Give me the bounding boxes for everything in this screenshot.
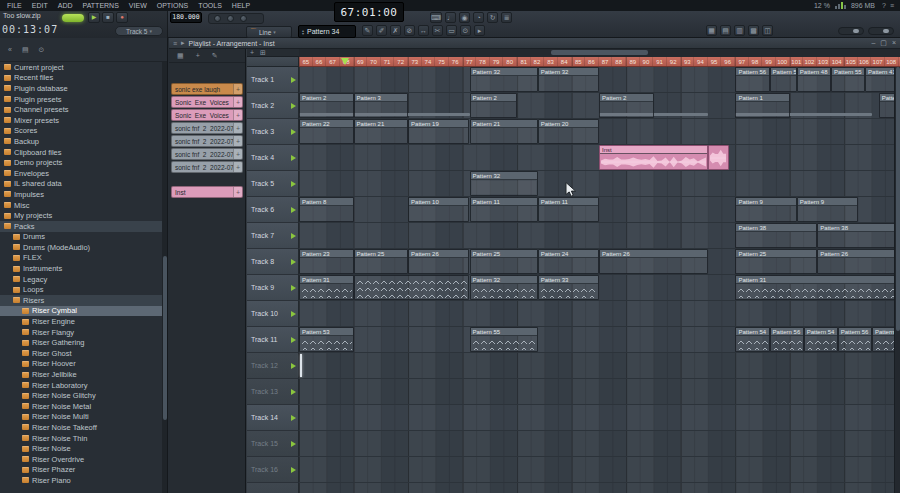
select-tool-icon[interactable]: ▭ bbox=[446, 25, 457, 36]
track-enable-arrow[interactable] bbox=[291, 181, 296, 187]
pattern-clip[interactable]: Pattern 48 bbox=[797, 67, 831, 92]
pattern-clip[interactable]: Pattern 26 bbox=[817, 249, 899, 274]
add-to-playlist-button[interactable]: + bbox=[233, 149, 242, 159]
browser-view-icon[interactable]: ▤ bbox=[20, 46, 31, 54]
pattern-clip[interactable]: Pattern 25 bbox=[354, 249, 409, 274]
pattern-clip[interactable]: Pattern 21 bbox=[470, 119, 538, 144]
browser-item[interactable]: Riser Noise Metal bbox=[0, 401, 162, 412]
pattern-clip[interactable]: Pattern 54 bbox=[804, 327, 838, 352]
pattern-clip[interactable]: Pattern 2 bbox=[470, 93, 518, 118]
picker-item[interactable]: Sonic_Exe_Voices+ bbox=[171, 96, 243, 108]
song-mode-indicator[interactable] bbox=[62, 14, 84, 22]
pattern-selector[interactable]: ▴▾ Pattern 34 bbox=[298, 25, 356, 38]
browser-item[interactable]: Envelopes bbox=[0, 168, 162, 179]
browser-item[interactable]: Riser Hoover bbox=[0, 359, 162, 370]
pattern-clip[interactable]: Pattern 23 bbox=[299, 249, 354, 274]
pattern-clip[interactable]: Pattern 1 bbox=[735, 93, 790, 118]
close-icon[interactable]: × bbox=[892, 39, 896, 47]
browser-item[interactable]: Instruments bbox=[0, 263, 162, 274]
picker-item[interactable]: Inst+ bbox=[171, 186, 243, 198]
pattern-clip[interactable]: Pattern 56 bbox=[770, 327, 804, 352]
pattern-clip[interactable]: Pattern 55 bbox=[470, 327, 538, 352]
snap-selector[interactable]: ⌒ Line ▾ bbox=[246, 26, 292, 38]
track-header[interactable]: Track 6 bbox=[247, 197, 299, 223]
track-header[interactable]: Track 14 bbox=[247, 405, 299, 431]
pattern-clip[interactable]: Pattern 10 bbox=[408, 197, 469, 222]
pattern-clip[interactable]: Pattern 25 bbox=[735, 249, 817, 274]
wait-for-input-icon[interactable]: ◉ bbox=[459, 12, 470, 23]
track-lane[interactable] bbox=[299, 483, 900, 493]
zoom-tool-icon[interactable]: ⊙ bbox=[460, 25, 471, 36]
play-button[interactable]: ▶ bbox=[88, 12, 100, 23]
playback-tool-icon[interactable]: ▸ bbox=[474, 25, 485, 36]
track-enable-arrow[interactable] bbox=[291, 363, 296, 369]
browser-scrollbar[interactable] bbox=[162, 62, 167, 493]
pattern-clip[interactable]: Pattern 9 bbox=[797, 197, 858, 222]
pattern-clip[interactable]: Pattern 26 bbox=[408, 249, 469, 274]
add-to-playlist-button[interactable]: + bbox=[233, 84, 242, 94]
track-header[interactable]: Track 12 bbox=[247, 353, 299, 379]
menu-icon[interactable]: ≡ bbox=[888, 2, 896, 9]
track-header[interactable]: Track 17 bbox=[247, 483, 299, 493]
browser-item[interactable]: Channel presets bbox=[0, 104, 162, 115]
pattern-clip[interactable]: Pattern 19 bbox=[408, 119, 469, 144]
track-enable-arrow[interactable] bbox=[291, 467, 296, 473]
picker-item[interactable]: Sonic_Exe_Voices+ bbox=[171, 109, 243, 121]
pattern-clip[interactable]: Pattern 11 bbox=[470, 197, 538, 222]
track-lane[interactable]: Pattern 32Pattern 32Pattern 56Pattern 55… bbox=[299, 67, 900, 93]
track-enable-arrow[interactable] bbox=[291, 77, 296, 83]
track-header[interactable]: Track 10 bbox=[247, 301, 299, 327]
track-lane[interactable] bbox=[299, 431, 900, 457]
picker-item[interactable]: sonic exe laugh+ bbox=[171, 83, 243, 95]
menu-view[interactable]: VIEW bbox=[124, 0, 152, 11]
pattern-clip[interactable]: Pattern 2 bbox=[299, 93, 354, 118]
picker-item[interactable]: sonic fnf_2_2022-07-21+ bbox=[171, 148, 243, 160]
pattern-clip[interactable]: Pattern 32 bbox=[538, 67, 599, 92]
channel-rack-panel-icon[interactable]: ▥ bbox=[734, 25, 745, 36]
draw-tool-icon[interactable]: ✎ bbox=[362, 25, 373, 36]
pattern-clip[interactable]: Pattern 11 bbox=[538, 197, 599, 222]
track-selector[interactable]: Track 5 ▾ bbox=[115, 26, 163, 36]
track-lane[interactable]: Pattern 22Pattern 21Pattern 19Pattern 21… bbox=[299, 119, 900, 145]
pattern-clip[interactable]: Pattern 33 bbox=[538, 275, 599, 300]
playlist-panel-icon[interactable]: ▦ bbox=[706, 25, 717, 36]
browser-item[interactable]: Backup bbox=[0, 136, 162, 147]
browser-item[interactable]: Misc bbox=[0, 200, 162, 211]
stop-button[interactable]: ■ bbox=[102, 12, 114, 23]
scrollbar-thumb[interactable] bbox=[896, 67, 900, 331]
piano-roll-panel-icon[interactable]: ▤ bbox=[720, 25, 731, 36]
knob-icon[interactable] bbox=[240, 15, 247, 22]
browser-item[interactable]: Riser Noise Takeoff bbox=[0, 422, 162, 433]
track-header[interactable]: Track 1 bbox=[247, 67, 299, 93]
main-volume-slider[interactable] bbox=[838, 27, 864, 35]
menu-file[interactable]: FILE bbox=[2, 0, 27, 11]
pattern-clip[interactable]: Pattern 2 bbox=[599, 93, 654, 118]
add-to-playlist-button[interactable]: + bbox=[233, 97, 242, 107]
add-to-playlist-button[interactable]: + bbox=[233, 187, 242, 197]
pattern-spinner[interactable]: ▴▾ bbox=[302, 29, 304, 35]
countdown-icon[interactable]: ◔ bbox=[473, 12, 484, 23]
menu-help[interactable]: HELP bbox=[227, 0, 255, 11]
browser-item[interactable]: Riser Phazer bbox=[0, 465, 162, 476]
track-header[interactable]: Track 13 bbox=[247, 379, 299, 405]
metronome-icon[interactable]: ♩ bbox=[445, 12, 456, 23]
track-lane[interactable]: Pattern 38Pattern 38 bbox=[299, 223, 900, 249]
track-enable-arrow[interactable] bbox=[291, 337, 296, 343]
pattern-clip[interactable]: Pattern 38 bbox=[817, 223, 899, 248]
browser-back-icon[interactable]: « bbox=[6, 46, 14, 53]
browser-item[interactable]: Plugin presets bbox=[0, 94, 162, 105]
add-track-icon[interactable]: + bbox=[247, 49, 257, 57]
picker-item[interactable]: sonic fnf_2_2022-07-21+ bbox=[171, 161, 243, 173]
menu-options[interactable]: OPTIONS bbox=[152, 0, 194, 11]
track-header[interactable]: Track 2 bbox=[247, 93, 299, 119]
picker-edit-icon[interactable]: ✎ bbox=[210, 52, 220, 60]
add-to-playlist-button[interactable]: + bbox=[233, 123, 242, 133]
grid-icon[interactable]: ⊞ bbox=[257, 49, 269, 57]
browser-item[interactable]: Recent files bbox=[0, 73, 162, 84]
track-enable-arrow[interactable] bbox=[291, 285, 296, 291]
pattern-clip[interactable]: Pattern 8 bbox=[299, 197, 354, 222]
pattern-clip[interactable]: Pattern 38 bbox=[735, 223, 817, 248]
browser-item[interactable]: Plugin database bbox=[0, 83, 162, 94]
add-to-playlist-button[interactable]: + bbox=[233, 110, 242, 120]
slip-tool-icon[interactable]: ↔ bbox=[418, 25, 429, 36]
